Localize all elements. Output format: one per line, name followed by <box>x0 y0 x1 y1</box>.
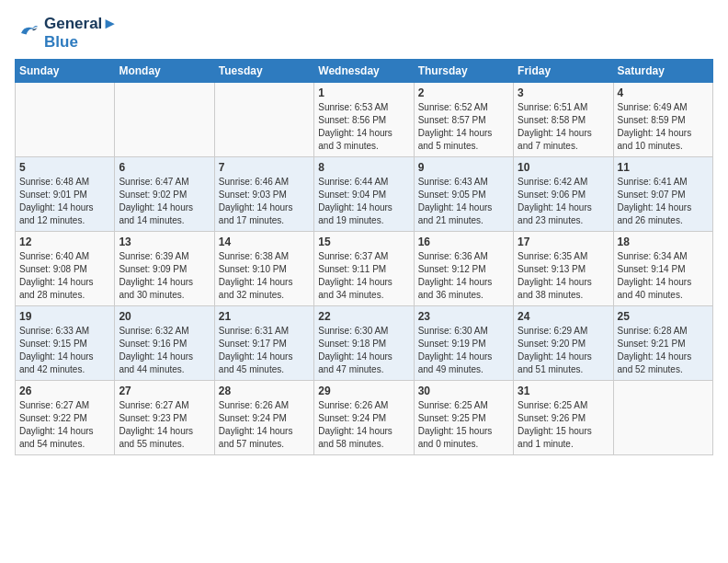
day-number: 1 <box>318 86 409 99</box>
calendar-cell: 1Sunrise: 6:53 AM Sunset: 8:56 PM Daylig… <box>314 83 414 157</box>
day-info: Sunrise: 6:33 AM Sunset: 9:15 PM Dayligh… <box>19 325 110 376</box>
day-number: 26 <box>19 385 110 397</box>
calendar-cell: 16Sunrise: 6:36 AM Sunset: 9:12 PM Dayli… <box>414 232 513 306</box>
calendar-cell: 6Sunrise: 6:47 AM Sunset: 9:02 PM Daylig… <box>115 157 214 232</box>
day-number: 20 <box>119 310 210 323</box>
calendar-cell <box>115 83 214 157</box>
calendar-cell: 4Sunrise: 6:49 AM Sunset: 8:59 PM Daylig… <box>613 83 712 157</box>
calendar-cell: 28Sunrise: 6:26 AM Sunset: 9:24 PM Dayli… <box>214 381 313 455</box>
day-info: Sunrise: 6:35 AM Sunset: 9:13 PM Dayligh… <box>518 250 609 302</box>
calendar-cell: 3Sunrise: 6:51 AM Sunset: 8:58 PM Daylig… <box>514 83 613 157</box>
day-header-tuesday: Tuesday <box>214 60 313 83</box>
day-number: 16 <box>418 236 509 248</box>
day-number: 3 <box>518 86 609 99</box>
calendar-cell <box>613 381 712 455</box>
calendar-cell: 23Sunrise: 6:30 AM Sunset: 9:19 PM Dayli… <box>414 306 513 381</box>
day-number: 11 <box>618 161 709 174</box>
day-info: Sunrise: 6:25 AM Sunset: 9:26 PM Dayligh… <box>518 399 609 451</box>
day-info: Sunrise: 6:26 AM Sunset: 9:24 PM Dayligh… <box>318 399 409 451</box>
day-number: 27 <box>119 385 210 397</box>
day-info: Sunrise: 6:30 AM Sunset: 9:18 PM Dayligh… <box>318 325 409 376</box>
week-row-3: 12Sunrise: 6:40 AM Sunset: 9:08 PM Dayli… <box>16 232 713 306</box>
day-number: 10 <box>518 161 609 174</box>
calendar-cell: 20Sunrise: 6:32 AM Sunset: 9:16 PM Dayli… <box>115 306 214 381</box>
day-number: 30 <box>418 385 509 397</box>
day-number: 9 <box>418 161 509 174</box>
day-header-thursday: Thursday <box>414 60 513 83</box>
day-info: Sunrise: 6:44 AM Sunset: 9:04 PM Dayligh… <box>318 176 409 227</box>
calendar-cell <box>16 83 115 157</box>
logo: General► Blue <box>15 15 118 52</box>
calendar-cell: 29Sunrise: 6:26 AM Sunset: 9:24 PM Dayli… <box>314 381 414 455</box>
day-info: Sunrise: 6:32 AM Sunset: 9:16 PM Dayligh… <box>119 325 210 376</box>
day-info: Sunrise: 6:29 AM Sunset: 9:20 PM Dayligh… <box>518 325 609 376</box>
day-number: 5 <box>19 161 110 174</box>
day-number: 13 <box>119 236 210 248</box>
day-info: Sunrise: 6:27 AM Sunset: 9:23 PM Dayligh… <box>119 399 210 451</box>
day-info: Sunrise: 6:37 AM Sunset: 9:11 PM Dayligh… <box>318 250 409 302</box>
day-info: Sunrise: 6:30 AM Sunset: 9:19 PM Dayligh… <box>418 325 509 376</box>
day-header-row: SundayMondayTuesdayWednesdayThursdayFrid… <box>16 60 713 83</box>
day-number: 29 <box>318 385 409 397</box>
day-number: 25 <box>618 310 709 323</box>
day-header-wednesday: Wednesday <box>314 60 414 83</box>
calendar-cell: 13Sunrise: 6:39 AM Sunset: 9:09 PM Dayli… <box>115 232 214 306</box>
day-info: Sunrise: 6:36 AM Sunset: 9:12 PM Dayligh… <box>418 250 509 302</box>
week-row-2: 5Sunrise: 6:48 AM Sunset: 9:01 PM Daylig… <box>16 157 713 232</box>
day-number: 14 <box>219 236 310 248</box>
calendar-table: SundayMondayTuesdayWednesdayThursdayFrid… <box>15 59 713 455</box>
day-number: 7 <box>219 161 310 174</box>
day-info: Sunrise: 6:34 AM Sunset: 9:14 PM Dayligh… <box>618 250 709 302</box>
day-info: Sunrise: 6:53 AM Sunset: 8:56 PM Dayligh… <box>318 101 409 153</box>
calendar-cell: 5Sunrise: 6:48 AM Sunset: 9:01 PM Daylig… <box>16 157 115 232</box>
day-info: Sunrise: 6:38 AM Sunset: 9:10 PM Dayligh… <box>219 250 310 302</box>
day-info: Sunrise: 6:46 AM Sunset: 9:03 PM Dayligh… <box>219 176 310 227</box>
day-number: 15 <box>318 236 409 248</box>
day-info: Sunrise: 6:48 AM Sunset: 9:01 PM Dayligh… <box>19 176 110 227</box>
calendar-body: 1Sunrise: 6:53 AM Sunset: 8:56 PM Daylig… <box>16 83 713 455</box>
calendar-cell: 7Sunrise: 6:46 AM Sunset: 9:03 PM Daylig… <box>214 157 313 232</box>
day-info: Sunrise: 6:42 AM Sunset: 9:06 PM Dayligh… <box>518 176 609 227</box>
calendar-cell: 8Sunrise: 6:44 AM Sunset: 9:04 PM Daylig… <box>314 157 414 232</box>
day-number: 22 <box>318 310 409 323</box>
day-number: 18 <box>618 236 709 248</box>
calendar-cell: 18Sunrise: 6:34 AM Sunset: 9:14 PM Dayli… <box>613 232 712 306</box>
calendar-cell: 12Sunrise: 6:40 AM Sunset: 9:08 PM Dayli… <box>16 232 115 306</box>
calendar-cell: 25Sunrise: 6:28 AM Sunset: 9:21 PM Dayli… <box>613 306 712 381</box>
week-row-5: 26Sunrise: 6:27 AM Sunset: 9:22 PM Dayli… <box>16 381 713 455</box>
day-number: 17 <box>518 236 609 248</box>
day-info: Sunrise: 6:31 AM Sunset: 9:17 PM Dayligh… <box>219 325 310 376</box>
day-info: Sunrise: 6:41 AM Sunset: 9:07 PM Dayligh… <box>618 176 709 227</box>
day-number: 23 <box>418 310 509 323</box>
calendar-cell: 11Sunrise: 6:41 AM Sunset: 9:07 PM Dayli… <box>613 157 712 232</box>
day-info: Sunrise: 6:28 AM Sunset: 9:21 PM Dayligh… <box>618 325 709 376</box>
day-info: Sunrise: 6:47 AM Sunset: 9:02 PM Dayligh… <box>119 176 210 227</box>
week-row-1: 1Sunrise: 6:53 AM Sunset: 8:56 PM Daylig… <box>16 83 713 157</box>
calendar-cell: 24Sunrise: 6:29 AM Sunset: 9:20 PM Dayli… <box>514 306 613 381</box>
calendar-cell: 2Sunrise: 6:52 AM Sunset: 8:57 PM Daylig… <box>414 83 513 157</box>
day-info: Sunrise: 6:49 AM Sunset: 8:59 PM Dayligh… <box>618 101 709 153</box>
logo-icon <box>15 20 40 46</box>
day-number: 2 <box>418 86 509 99</box>
calendar-cell: 9Sunrise: 6:43 AM Sunset: 9:05 PM Daylig… <box>414 157 513 232</box>
day-number: 28 <box>219 385 310 397</box>
calendar-cell: 19Sunrise: 6:33 AM Sunset: 9:15 PM Dayli… <box>16 306 115 381</box>
day-header-friday: Friday <box>514 60 613 83</box>
day-info: Sunrise: 6:51 AM Sunset: 8:58 PM Dayligh… <box>518 101 609 153</box>
day-header-monday: Monday <box>115 60 214 83</box>
calendar-cell <box>214 83 313 157</box>
calendar-header: SundayMondayTuesdayWednesdayThursdayFrid… <box>16 60 713 83</box>
day-number: 12 <box>19 236 110 248</box>
calendar-cell: 14Sunrise: 6:38 AM Sunset: 9:10 PM Dayli… <box>214 232 313 306</box>
calendar-cell: 31Sunrise: 6:25 AM Sunset: 9:26 PM Dayli… <box>514 381 613 455</box>
day-number: 24 <box>518 310 609 323</box>
day-info: Sunrise: 6:40 AM Sunset: 9:08 PM Dayligh… <box>19 250 110 302</box>
calendar-cell: 27Sunrise: 6:27 AM Sunset: 9:23 PM Dayli… <box>115 381 214 455</box>
page-header: General► Blue <box>15 15 713 52</box>
calendar-cell: 30Sunrise: 6:25 AM Sunset: 9:25 PM Dayli… <box>414 381 513 455</box>
day-header-sunday: Sunday <box>16 60 115 83</box>
day-number: 4 <box>618 86 709 99</box>
calendar-cell: 17Sunrise: 6:35 AM Sunset: 9:13 PM Dayli… <box>514 232 613 306</box>
day-number: 19 <box>19 310 110 323</box>
day-info: Sunrise: 6:39 AM Sunset: 9:09 PM Dayligh… <box>119 250 210 302</box>
